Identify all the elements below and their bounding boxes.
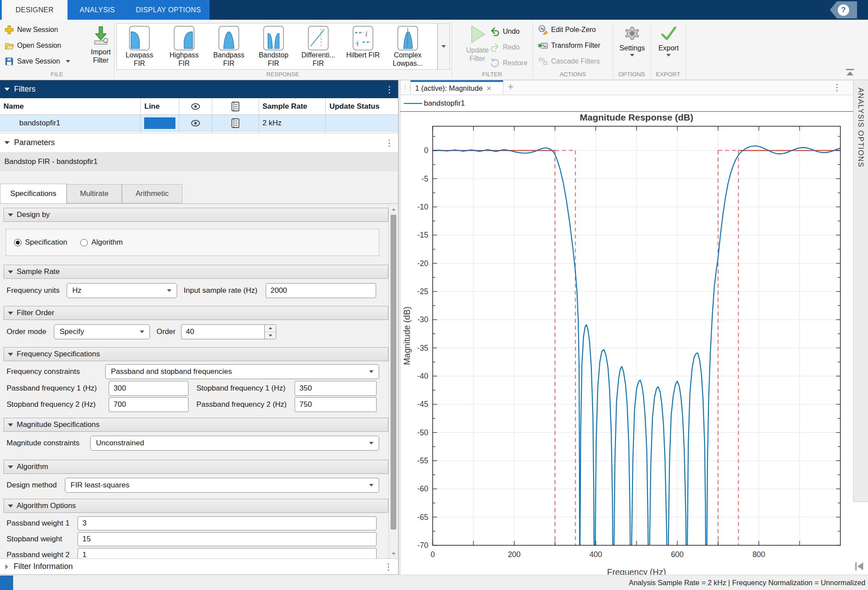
magnitude-specifications-section-header[interactable]: Magnitude Specifications: [4, 418, 388, 432]
order-mode-dropdown[interactable]: Specify: [54, 324, 150, 339]
settings-button[interactable]: Settings: [615, 24, 650, 57]
highpass-fir-button[interactable]: HighpassFIR: [162, 24, 206, 69]
parameters-panel-header[interactable]: Parameters ⋮: [0, 133, 398, 152]
stopband-frequency-1-label: Stopband frequency 1 (Hz): [196, 381, 285, 396]
tab-designer[interactable]: DESIGNER: [2, 0, 68, 20]
bandpass-fir-button[interactable]: BandpassFIR: [206, 24, 251, 69]
spec-doc-icon[interactable]: [231, 118, 240, 128]
order-stepper[interactable]: 40: [181, 324, 276, 339]
magnitude-constraints-dropdown[interactable]: Unconstrained: [90, 436, 379, 451]
save-session-button[interactable]: Save Session: [4, 57, 70, 66]
collapse-filters-icon[interactable]: [4, 88, 10, 91]
col-visibility[interactable]: [179, 98, 212, 115]
plot-menu-icon[interactable]: ⋮: [832, 83, 841, 92]
plot-tab-magnitude[interactable]: 1 (active): Magnitude ✕: [410, 80, 503, 95]
magnitude-response-chart[interactable]: 02004006008000-5-10-15-20-25-30-35-40-45…: [400, 112, 854, 575]
add-tab-button[interactable]: +: [508, 81, 513, 93]
filter-visibility-cell[interactable]: [179, 115, 212, 132]
cascade-filters-icon: [538, 57, 548, 66]
passband-weight-1-field[interactable]: 3: [78, 516, 377, 530]
col-sample-rate[interactable]: Sample Rate: [259, 98, 326, 115]
algorithm-section-header[interactable]: Algorithm: [4, 460, 388, 474]
undo-button[interactable]: Undo: [490, 25, 519, 38]
parameters-menu-icon[interactable]: ⋮: [385, 139, 394, 147]
parameters-scrollbar[interactable]: [388, 204, 398, 558]
stopband-frequency-1-field[interactable]: 350: [295, 381, 377, 396]
tab-specifications[interactable]: Specifications: [0, 184, 67, 203]
new-session-button[interactable]: New Session: [4, 25, 58, 35]
differentiator-fir-button[interactable]: Differenti...FIR: [296, 24, 341, 69]
line-color-swatch[interactable]: [144, 117, 175, 129]
filter-name-cell[interactable]: bandstopfir1: [0, 115, 141, 132]
expand-filter-information-icon[interactable]: [5, 564, 8, 569]
lowpass-fir-button[interactable]: LowpassFIR: [117, 24, 162, 69]
scroll-down-icon[interactable]: [389, 549, 398, 558]
export-caret-icon: [666, 54, 671, 57]
col-update-status[interactable]: Update Status: [326, 98, 398, 115]
restore-legend-icon[interactable]: [854, 561, 864, 572]
passband-weight-2-label: Passband weight 2: [7, 548, 70, 558]
frequency-constraints-dropdown[interactable]: Passband and stopband frequencies: [105, 364, 379, 379]
stopband-weight-field[interactable]: 15: [78, 532, 377, 546]
collapse-ribbon-icon[interactable]: [844, 68, 856, 77]
tab-analysis[interactable]: ANALYSIS: [68, 0, 127, 20]
cascade-filters-button[interactable]: Cascade Filters: [538, 57, 600, 66]
lowpass-icon: [128, 25, 150, 51]
collapse-parameters-icon[interactable]: [4, 141, 10, 144]
radio-icon[interactable]: [80, 239, 88, 246]
frequency-specifications-section-header[interactable]: Frequency Specifications: [4, 347, 388, 361]
spinner-up-icon[interactable]: [265, 325, 276, 332]
import-filter-button[interactable]: Import Filter: [86, 26, 116, 64]
restore-button[interactable]: Restore: [490, 57, 527, 70]
frequency-units-dropdown[interactable]: Hz: [67, 283, 177, 298]
radio-icon[interactable]: [14, 239, 21, 246]
analysis-options-label: ANALYSIS OPTIONS: [857, 88, 865, 167]
filter-row-bandstopfir1[interactable]: bandstopfir1 2 kHz: [0, 115, 398, 132]
svg-text:-55: -55: [417, 456, 428, 465]
radio-specification[interactable]: Specification: [14, 238, 67, 247]
filters-menu-icon[interactable]: ⋮: [385, 85, 394, 94]
hilbert-fir-button[interactable]: j-j Hilbert FIR: [341, 24, 385, 69]
filter-update-status-cell[interactable]: [326, 115, 398, 132]
transform-filter-button[interactable]: Transform Filter: [538, 41, 600, 50]
passband-weight-2-field[interactable]: 1: [78, 548, 377, 558]
radio-algorithm[interactable]: Algorithm: [80, 238, 123, 247]
response-gallery-overflow-button[interactable]: [438, 23, 450, 70]
bandstop-fir-button[interactable]: BandstopFIR: [251, 24, 296, 69]
design-by-section-header[interactable]: Design by: [4, 208, 388, 222]
col-name[interactable]: Name: [0, 98, 141, 115]
filter-specs-cell[interactable]: [212, 115, 259, 132]
filters-panel-header[interactable]: Filters ⋮: [0, 80, 398, 98]
spinner-down-icon[interactable]: [265, 332, 276, 339]
export-button[interactable]: Export: [652, 24, 685, 57]
passband-frequency-1-field[interactable]: 300: [109, 381, 189, 396]
complex-lowpass-fir-button[interactable]: ComplexLowpas...: [385, 24, 430, 69]
passband-frequency-2-field[interactable]: 750: [295, 397, 377, 412]
design-method-dropdown[interactable]: FIR least-squares: [65, 478, 379, 493]
help-button[interactable]: ?: [830, 1, 857, 18]
edit-pole-zero-button[interactable]: Edit Pole-Zero: [538, 25, 596, 35]
tab-arithmetic[interactable]: Arithmetic: [122, 184, 182, 203]
filter-information-menu-icon[interactable]: ⋮: [384, 562, 393, 571]
input-sample-rate-field[interactable]: 2000: [266, 283, 376, 298]
algorithm-options-section-header[interactable]: Algorithm Options: [4, 499, 388, 513]
redo-button[interactable]: Redo: [490, 41, 519, 54]
scroll-up-icon[interactable]: [389, 204, 398, 214]
sample-rate-section-header[interactable]: Sample Rate: [4, 265, 388, 279]
open-session-button[interactable]: Open Session: [4, 41, 61, 50]
dropdown-caret-icon: [140, 331, 144, 333]
analysis-options-strip[interactable]: ANALYSIS OPTIONS: [853, 81, 868, 502]
tab-display-options[interactable]: DISPLAY OPTIONS: [127, 0, 210, 20]
filter-line-cell[interactable]: [141, 115, 179, 132]
close-tab-icon[interactable]: ✕: [486, 85, 492, 92]
tab-multirate[interactable]: Multirate: [67, 184, 122, 203]
filter-information-header[interactable]: Filter Information ⋮: [0, 558, 398, 575]
eye-icon[interactable]: [190, 119, 201, 127]
scrollbar-thumb[interactable]: [391, 215, 396, 530]
col-specs[interactable]: [212, 98, 259, 115]
filter-sample-rate-cell[interactable]: 2 kHz: [259, 115, 326, 132]
stopband-frequency-2-field[interactable]: 700: [109, 397, 189, 412]
order-spinner[interactable]: [264, 325, 276, 339]
col-line[interactable]: Line: [141, 98, 179, 115]
filter-order-section-header[interactable]: Filter Order: [4, 306, 388, 320]
